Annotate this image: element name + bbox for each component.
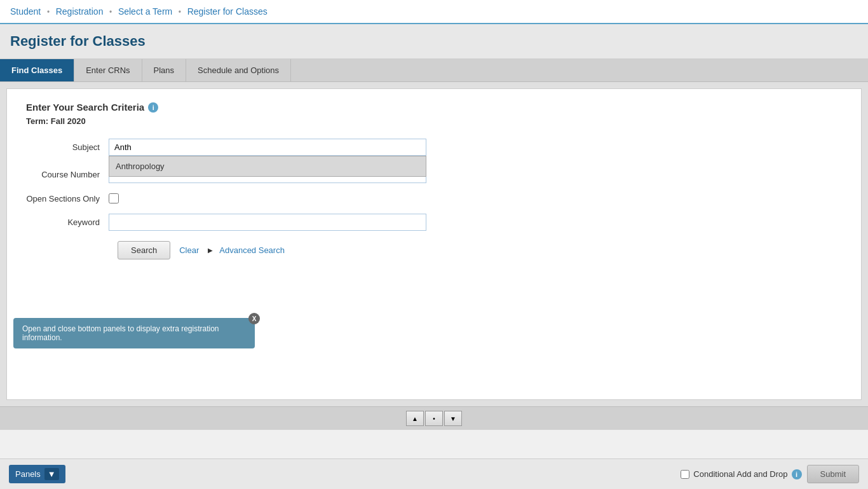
subject-dropdown: Anthropology: [109, 156, 426, 177]
course-number-label: Course Number: [26, 166, 109, 179]
nav-dot-button[interactable]: •: [425, 411, 443, 426]
page-title-bar: Register for Classes: [0, 24, 868, 59]
nav-down-button[interactable]: ▼: [444, 411, 462, 426]
breadcrumb-sep-3: •: [179, 8, 181, 17]
main-content: Find Classes Enter CRNs Plans Schedule a…: [0, 59, 868, 430]
buttons-row: Search Clear ▶ Advanced Search: [118, 241, 842, 259]
open-sections-row: Open Sections Only: [26, 193, 842, 203]
tab-schedule-options[interactable]: Schedule and Options: [186, 59, 291, 81]
tooltip-text: Open and close bottom panels to display …: [22, 324, 219, 342]
bottom-area: ▲ • ▼: [0, 406, 868, 430]
tab-enter-crns[interactable]: Enter CRNs: [74, 59, 142, 81]
search-button[interactable]: Search: [118, 241, 170, 259]
keyword-input[interactable]: [109, 214, 426, 231]
advanced-search-link[interactable]: Advanced Search: [219, 245, 285, 255]
breadcrumb-select-term[interactable]: Select a Term: [118, 6, 172, 17]
open-sections-field: [109, 193, 119, 203]
term-label: Term: Fall 2020: [26, 116, 842, 126]
subject-field: Anthropology: [109, 139, 426, 156]
advanced-search-arrow-icon: ▶: [208, 247, 213, 254]
search-panel: Enter Your Search Criteria i Term: Fall …: [6, 88, 862, 400]
tooltip-close-button[interactable]: X: [248, 313, 260, 324]
breadcrumb-sep-1: •: [47, 8, 50, 17]
open-sections-checkbox[interactable]: [109, 193, 119, 203]
tab-bar: Find Classes Enter CRNs Plans Schedule a…: [0, 59, 868, 82]
subject-input[interactable]: [109, 139, 426, 156]
breadcrumb-sep-2: •: [109, 8, 112, 17]
subject-row: Subject Anthropology: [26, 139, 842, 156]
keyword-field: [109, 214, 426, 231]
tab-plans[interactable]: Plans: [142, 59, 187, 81]
tooltip-box: X Open and close bottom panels to displa…: [13, 318, 255, 348]
breadcrumb-registration[interactable]: Registration: [56, 6, 104, 17]
subject-label: Subject: [26, 139, 109, 152]
page-title: Register for Classes: [10, 33, 858, 50]
dropdown-item-anthropology[interactable]: Anthropology: [109, 156, 426, 176]
tab-find-classes[interactable]: Find Classes: [0, 59, 74, 81]
breadcrumb-register-classes[interactable]: Register for Classes: [187, 6, 268, 17]
keyword-row: Keyword: [26, 214, 842, 231]
keyword-label: Keyword: [26, 214, 109, 227]
tooltip-container: X Open and close bottom panels to displa…: [13, 318, 255, 348]
search-criteria-heading: Enter Your Search Criteria i: [26, 102, 842, 113]
breadcrumb-student[interactable]: Student: [10, 6, 41, 17]
bottom-nav-buttons: ▲ • ▼: [406, 411, 462, 426]
clear-button[interactable]: Clear: [177, 242, 201, 259]
open-sections-label: Open Sections Only: [26, 194, 109, 203]
breadcrumb-bar: Student • Registration • Select a Term •…: [0, 0, 868, 24]
nav-up-button[interactable]: ▲: [406, 411, 424, 426]
info-icon[interactable]: i: [148, 102, 158, 113]
